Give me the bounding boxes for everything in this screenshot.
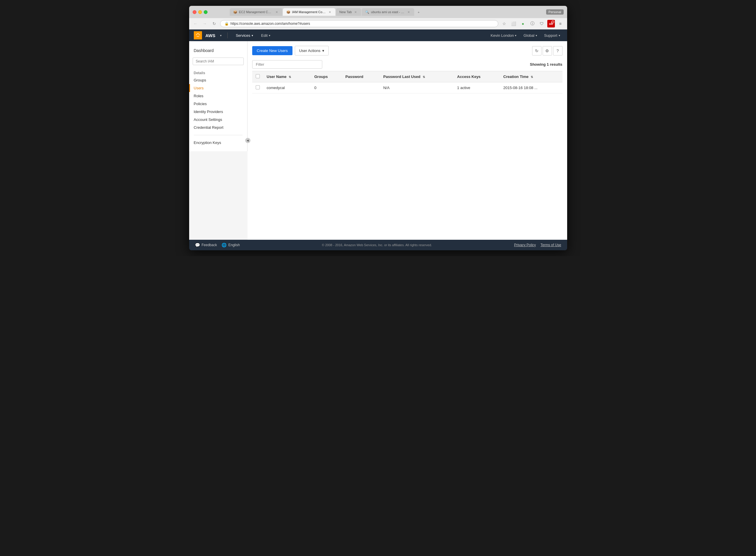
- globe-icon: 🌐: [221, 243, 226, 247]
- new-tab-button[interactable]: +: [415, 9, 422, 16]
- green-dot-icon[interactable]: ●: [519, 20, 527, 28]
- sidebar-collapse-button[interactable]: ◀: [245, 138, 250, 143]
- search-iam-input[interactable]: [193, 58, 244, 65]
- sidebar-dashboard-label: Dashboard: [194, 48, 214, 53]
- row-checkbox-cell: [252, 82, 263, 94]
- th-password-last-used[interactable]: Password Last Used ⇅: [380, 71, 454, 82]
- nav-user[interactable]: Kevin London ▾: [488, 30, 519, 41]
- sidebar-section-details: Details: [189, 67, 247, 76]
- nav-support[interactable]: Support ▾: [542, 30, 563, 41]
- nav-edit-label: Edit: [261, 33, 268, 38]
- users-table: User Name ⇅ Groups Password Password Las…: [252, 71, 563, 94]
- feedback-button[interactable]: 💬 Feedback: [195, 243, 217, 247]
- table-row: comedycal 0 N/A 1 active 2015-08-16 18:0…: [252, 82, 563, 94]
- shield-icon[interactable]: 🛡: [538, 20, 545, 28]
- tab-icon-iam: 📦: [286, 10, 290, 14]
- aws-navigation: AWS ▾ Services ▾ Edit ▾ Kevin London ▾ G…: [189, 30, 567, 41]
- row-password: [342, 82, 380, 94]
- aws-brand-dropdown[interactable]: ▾: [220, 34, 221, 37]
- help-table-button[interactable]: ?: [553, 46, 563, 56]
- th-password: Password: [342, 71, 380, 82]
- tab-close-iam[interactable]: ✕: [328, 10, 332, 14]
- sidebar-users-label: Users: [194, 86, 204, 90]
- forward-button[interactable]: →: [202, 20, 208, 27]
- fullscreen-button[interactable]: [204, 10, 208, 14]
- nav-edit-dropdown-icon: ▾: [269, 34, 270, 37]
- nav-services[interactable]: Services ▾: [233, 30, 255, 41]
- refresh-table-button[interactable]: ↻: [532, 46, 541, 56]
- th-username[interactable]: User Name ⇅: [263, 71, 311, 82]
- sidebar-item-users[interactable]: Users: [189, 84, 247, 92]
- tab-close-ubuntu[interactable]: ✕: [407, 10, 411, 14]
- th-password-last-used-label: Password Last Used: [383, 74, 420, 79]
- row-groups: 0: [311, 82, 342, 94]
- row-username[interactable]: comedycal: [263, 82, 311, 94]
- nav-edit[interactable]: Edit ▾: [259, 30, 273, 41]
- nav-support-dropdown-icon: ▾: [559, 34, 560, 37]
- sidebar-item-groups[interactable]: Groups: [189, 76, 247, 84]
- refresh-button[interactable]: ↻: [211, 20, 218, 27]
- tab-label-iam: IAM Management Console: [292, 10, 326, 14]
- tab-ubuntu[interactable]: 🔍 ubuntu ami us east - Goog... ✕: [362, 8, 414, 16]
- nav-services-label: Services: [236, 33, 250, 38]
- sidebar-item-policies[interactable]: Policies: [189, 100, 247, 108]
- tab-close-newtab[interactable]: ✕: [354, 10, 358, 14]
- sidebar-item-credential-report[interactable]: Credential Report: [189, 124, 247, 131]
- feedback-label: Feedback: [202, 243, 217, 247]
- table-filter-input[interactable]: [252, 60, 322, 69]
- aws-logo[interactable]: [194, 31, 202, 39]
- close-button[interactable]: [193, 10, 196, 14]
- back-button[interactable]: ←: [192, 20, 199, 27]
- tab-close-ec2[interactable]: ✕: [275, 10, 279, 14]
- address-bar[interactable]: 🔒 https://console.aws.amazon.com/iam/hom…: [220, 20, 498, 27]
- results-count: Showing 1 results: [530, 62, 562, 67]
- th-access-keys: Access Keys: [454, 71, 500, 82]
- sidebar-credential-report-label: Credential Report: [194, 125, 224, 130]
- filter-row: Showing 1 results: [252, 60, 563, 69]
- minimize-button[interactable]: [198, 10, 202, 14]
- sidebar-item-dashboard[interactable]: Dashboard: [189, 46, 247, 55]
- extension-icon[interactable]: ub: [547, 20, 555, 28]
- select-all-checkbox[interactable]: [256, 74, 260, 78]
- nav-region-label: Global: [524, 33, 535, 38]
- tab-newtab[interactable]: New Tab ✕: [336, 8, 361, 16]
- sort-creation-time-icon: ⇅: [531, 75, 533, 78]
- th-creation-time-label: Creation Time: [503, 74, 528, 79]
- sidebar-policies-label: Policies: [194, 102, 207, 106]
- nav-user-dropdown-icon: ▾: [515, 34, 516, 37]
- sidebar-item-roles[interactable]: Roles: [189, 92, 247, 100]
- row-password-last-used: N/A: [380, 82, 454, 94]
- users-toolbar: Create New Users User Actions ▾ ↻ ⚙ ?: [252, 46, 563, 56]
- settings-table-button[interactable]: ⚙: [543, 46, 552, 56]
- terms-of-use-link[interactable]: Terms of Use: [541, 243, 561, 247]
- tab-icon-ec2: 📦: [233, 10, 237, 14]
- th-groups: Groups: [311, 71, 342, 82]
- sidebar-roles-label: Roles: [194, 94, 204, 98]
- sidebar-item-identity-providers[interactable]: Identity Providers: [189, 108, 247, 116]
- row-checkbox[interactable]: [256, 85, 260, 90]
- language-label: English: [228, 243, 240, 247]
- create-new-users-button[interactable]: Create New Users: [252, 46, 292, 55]
- info-icon[interactable]: ⓘ: [529, 20, 536, 28]
- language-button[interactable]: 🌐 English: [221, 243, 240, 247]
- tab-label-ec2: EC2 Management Console: [239, 10, 273, 14]
- sidebar-account-settings-label: Account Settings: [194, 117, 222, 122]
- privacy-policy-link[interactable]: Privacy Policy: [514, 243, 536, 247]
- user-actions-button[interactable]: User Actions ▾: [295, 46, 329, 56]
- nav-region[interactable]: Global ▾: [521, 30, 539, 41]
- nav-region-dropdown-icon: ▾: [536, 34, 537, 37]
- bookmark-icon[interactable]: ☆: [501, 20, 508, 28]
- tab-iam[interactable]: 📦 IAM Management Console ✕: [283, 8, 335, 16]
- th-checkbox: [252, 71, 263, 82]
- th-access-keys-label: Access Keys: [457, 74, 480, 79]
- nav-support-label: Support: [544, 33, 557, 38]
- tab-ec2[interactable]: 📦 EC2 Management Console ✕: [230, 8, 282, 16]
- sidebar-item-account-settings[interactable]: Account Settings: [189, 116, 247, 124]
- menu-icon[interactable]: ≡: [556, 20, 564, 28]
- row-access-keys: 1 active: [454, 82, 500, 94]
- sidebar-item-encryption-keys[interactable]: Encryption Keys: [189, 139, 247, 147]
- th-creation-time[interactable]: Creation Time ⇅: [500, 71, 562, 82]
- sidebar-identity-providers-label: Identity Providers: [194, 109, 223, 114]
- page-footer: 💬 Feedback 🌐 English © 2008 - 2016, Amaz…: [189, 240, 567, 250]
- screen-share-icon[interactable]: ⬜: [510, 20, 517, 28]
